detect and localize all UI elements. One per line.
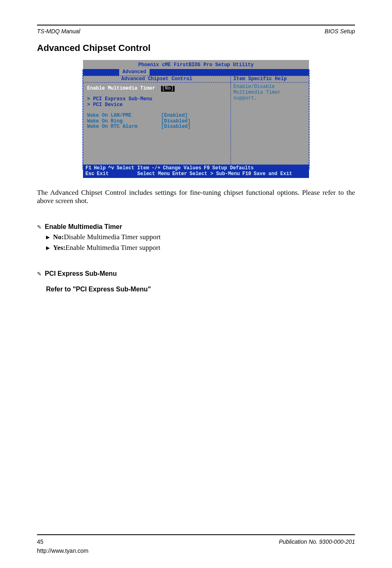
footer-url: http://www.tyan.com xyxy=(37,547,88,554)
bios-panel-title: Advanced Chipset Control xyxy=(83,76,231,83)
bios-item-label: > PCI Device xyxy=(87,102,161,108)
bios-screenshot: Phoenix cME FirstBIOS Pro Setup Utility … xyxy=(83,60,309,178)
bullet-icon: ✎ xyxy=(37,271,42,277)
publication-number: Publication No. 9300-000-201 xyxy=(279,538,355,545)
bios-item-label: Wake On Ring xyxy=(87,119,161,125)
option-enable-multimedia-timer: ✎ Enable Multimedia Timer ▶ No: Disable … xyxy=(37,214,355,252)
chapter-title: BIOS Setup xyxy=(325,28,355,35)
triangle-icon: ▶ xyxy=(46,245,50,251)
option-heading: PCI Express Sub-Menu xyxy=(45,270,117,277)
section-heading: Advanced Chipset Control xyxy=(37,43,355,53)
bullet-icon: ✎ xyxy=(37,224,42,230)
bios-item[interactable]: Wake On Ring [Disabled] xyxy=(87,119,226,125)
option-pci-express-sub-menu: ✎ PCI Express Sub-Menu Refer to "PCI Exp… xyxy=(37,261,355,293)
bios-utility-title: Phoenix cME FirstBIOS Pro Setup Utility xyxy=(83,62,309,69)
bios-item-label: Wake On RTC Alarm xyxy=(87,124,161,130)
bios-submenu-pci-express[interactable]: > PCI Express Sub-Menu xyxy=(87,97,226,102)
option-value-yes: ▶ Yes: Enable Multimedia Timer support xyxy=(37,244,355,252)
bios-item[interactable]: Enable Multimedia Timer [No] xyxy=(87,86,226,92)
page-number: 45 xyxy=(37,538,44,545)
bios-item-value: [Enabled] xyxy=(161,113,188,119)
manual-title: TS-MDQ Manual xyxy=(37,28,80,35)
option-heading: Enable Multimedia Timer xyxy=(45,223,122,231)
bios-help-title: Item Specific Help xyxy=(231,76,309,83)
bios-submenu-pci-device[interactable]: > PCI Device xyxy=(87,102,226,108)
bios-item[interactable]: Wake On LAN/PME [Enabled] xyxy=(87,113,226,119)
intro-paragraph: The Advanced Chipset Control includes se… xyxy=(37,189,355,205)
bios-menu-bar: Advanced xyxy=(83,69,309,76)
bios-help-text: Enable/Disable Multimedia Timer support. xyxy=(231,83,309,164)
bios-item-label: Wake On LAN/PME xyxy=(87,113,161,119)
bios-footer: F1Help ^vSelect Item -/+Change Values F9… xyxy=(83,165,309,178)
bios-item-value: [Disabled] xyxy=(161,119,191,125)
option-refer: Refer to "PCI Express Sub-Menu" xyxy=(37,286,355,293)
bios-item-value: [Disabled] xyxy=(161,124,191,130)
bios-menu-tab-advanced[interactable]: Advanced xyxy=(119,69,150,76)
option-value-no: ▶ No: Disable Multimedia Timer support xyxy=(37,233,355,241)
bios-item-label: > PCI Express Sub-Menu xyxy=(87,97,161,102)
bios-item[interactable]: Wake On RTC Alarm [Disabled] xyxy=(87,124,226,130)
triangle-icon: ▶ xyxy=(46,234,50,240)
bios-item-value: [No] xyxy=(161,86,175,92)
bios-item-label: Enable Multimedia Timer xyxy=(87,86,161,92)
